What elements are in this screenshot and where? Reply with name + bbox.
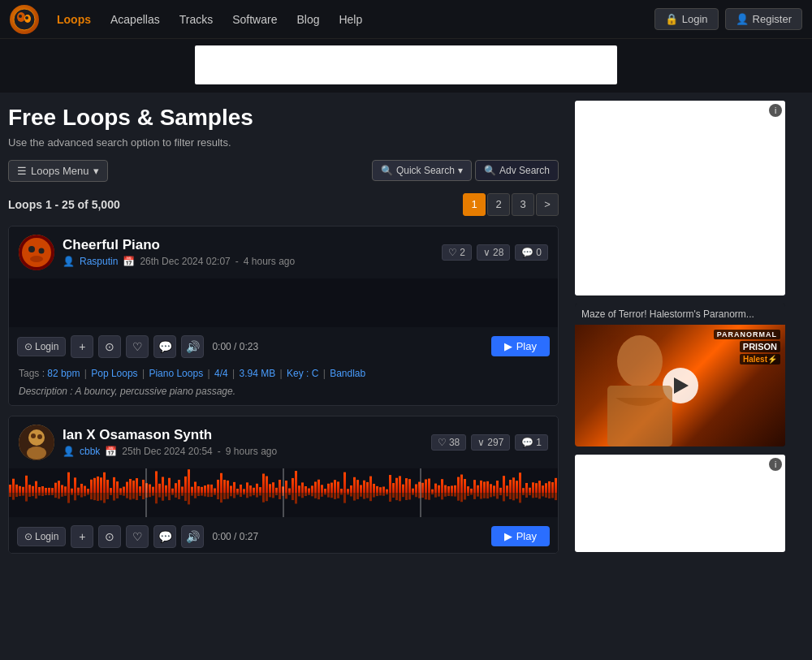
loop-title: Cheerful Piano [63,237,434,253]
nav-software[interactable]: Software [224,10,285,29]
waveform[interactable] [9,278,558,327]
waveform-2[interactable] [9,468,558,517]
nav-help[interactable]: Help [330,10,370,29]
controls-bar: ⊙ Rasputin Login + ⊙ ♡ 💬 🔊 0:00 / 0:23 ▶… [9,330,558,363]
controls-bar-2: ⊙ Login + ⊙ ♡ 💬 🔊 0:00 / 0:27 ▶ Play [9,520,558,553]
loop-meta: 👤 Rasputin 📅 26th Dec 2024 02:07 - 4 hou… [63,256,434,267]
nav-right: 🔒 Login 👤 Register [654,8,802,30]
downloads-badge: ∨ 28 [477,244,510,261]
page-3-button[interactable]: 3 [512,193,534,216]
tag-pop-loops[interactable]: Pop Loops [91,368,137,379]
comments-count: 0 [536,247,542,258]
page-2-button[interactable]: 2 [487,193,510,216]
user-small-icon: 👤 [63,256,75,267]
quick-search-button[interactable]: 🔍 Quick Search ▾ [372,160,472,181]
nav-blog[interactable]: Blog [288,10,327,29]
info-button[interactable]: ⊙ [98,335,121,358]
quick-search-label: Quick Search [396,165,455,176]
ad-info-icon-2[interactable]: i [769,458,782,471]
quick-search-arrow: ▾ [458,165,463,176]
sidebar: i Maze of Terror! Halestorm's Paranorm..… [568,93,792,575]
sidebar-video: Maze of Terror! Halestorm's Paranorm... … [575,304,785,446]
separator: - [235,256,239,267]
register-label: Register [753,13,792,25]
navbar: Loops Acapellas Tracks Software Blog Hel… [0,0,812,39]
play-icon-2: ▶ [504,530,512,542]
comment-button-2[interactable]: 💬 [153,525,176,548]
loop-card: Ian X Osamason Synth 👤 cbbk 📅 25th Dec 2… [8,416,559,554]
nav-tracks[interactable]: Tracks [171,10,221,29]
description-text: A bouncy, percussive piano passage. [76,386,235,397]
ad-info-icon[interactable]: i [769,104,782,117]
pagination-row: Loops 1 - 25 of 5,000 1 2 3 > [8,193,559,216]
login-button[interactable]: 🔒 Login [654,8,719,30]
register-button[interactable]: 👤 Register [725,8,802,30]
tag-time-sig[interactable]: 4/4 [214,368,228,379]
loop-info-2: Ian X Osamason Synth 👤 cbbk 📅 25th Dec 2… [63,427,423,457]
volume-button[interactable]: 🔊 [181,335,204,358]
loop-header: Cheerful Piano 👤 Rasputin 📅 26th Dec 202… [9,226,558,275]
sidebar-video-title: Maze of Terror! Halestorm's Paranorm... [575,304,785,325]
tag-filesize[interactable]: 3.94 MB [239,368,275,379]
comments-count-2: 1 [536,437,542,448]
page-1-button[interactable]: 1 [463,193,486,216]
calendar-icon: 📅 [123,256,135,267]
loop-username[interactable]: Rasputin [80,256,118,267]
content-area: Free Loops & Samples Use the advanced se… [0,93,568,575]
svg-point-12 [28,429,45,446]
info-button-2[interactable]: ⊙ [98,525,121,548]
tag-key[interactable]: Key : C [287,368,318,379]
login-label: Login [682,13,708,25]
waveform-canvas-2[interactable] [9,468,558,517]
play-button[interactable]: ▶ Play [491,336,550,356]
site-logo[interactable] [10,5,39,34]
loop-meta-2: 👤 cbbk 📅 25th Dec 2024 20:54 - 9 hours a… [63,446,423,457]
loops-menu-button[interactable]: ☰ Loops Menu ▾ [8,160,108,182]
svg-point-15 [27,446,46,459]
svg-point-14 [37,434,42,439]
svg-point-4 [25,16,28,19]
like-button[interactable]: ♡ [126,335,149,358]
volume-button-2[interactable]: 🔊 [181,525,204,548]
calendar-icon-2: 📅 [105,446,117,457]
tag-piano-loops[interactable]: Piano Loops [149,368,203,379]
video-overlay: PARANORMAL PRISON Halest⚡ [714,330,780,365]
add-button[interactable]: + [71,335,93,358]
downloads-count-2: 297 [487,437,503,448]
tag-daw[interactable]: Bandlab [330,368,365,379]
downloads-count: 28 [493,247,503,258]
add-button-2[interactable]: + [71,525,93,548]
nav-acapellas[interactable]: Acapellas [102,10,168,29]
page-subtitle: Use the advanced search option to filter… [8,136,559,149]
nav-loops[interactable]: Loops [49,10,99,29]
page-next-button[interactable]: > [536,193,559,216]
clock-icon: ⊙ [24,341,32,352]
adv-search-button[interactable]: 🔍 Adv Search [475,160,559,181]
comment-icon-2: 💬 [521,437,533,448]
login-to-download-button-2[interactable]: ⊙ Login [17,527,66,546]
likes-badge-2: ♡ 38 [431,434,466,451]
adv-search-icon: 🔍 [484,165,496,176]
play-button-2[interactable]: ▶ Play [491,526,550,546]
loop-username-2[interactable]: cbbk [80,446,100,457]
avatar [19,235,54,270]
time-total: 0:23 [240,341,258,352]
login-to-download-button[interactable]: ⊙ Rasputin Login [17,337,66,356]
like-button-2[interactable]: ♡ [126,525,149,548]
comments-badge: 💬 0 [515,244,548,261]
dropdown-arrow-icon: ▾ [93,165,99,177]
svg-point-9 [30,256,43,262]
lock-icon: 🔒 [665,13,678,25]
video-tag-2: PRISON [740,341,780,352]
loop-header-2: Ian X Osamason Synth 👤 cbbk 📅 25th Dec 2… [9,416,558,465]
tag-bpm[interactable]: 82 bpm [47,368,80,379]
svg-point-13 [31,434,36,438]
user-icon: 👤 [736,13,749,25]
sidebar-video-thumb[interactable]: PARANORMAL PRISON Halest⚡ [575,325,785,446]
download-icon: ∨ [483,247,490,258]
time-display-2: 0:00 / 0:27 [212,531,258,542]
tags-row: Tags : 82 bpm | Pop Loops | Piano Loops … [9,363,558,384]
play-icon: ▶ [504,340,512,352]
download-icon-2: ∨ [477,437,485,448]
comment-button[interactable]: 💬 [153,335,176,358]
